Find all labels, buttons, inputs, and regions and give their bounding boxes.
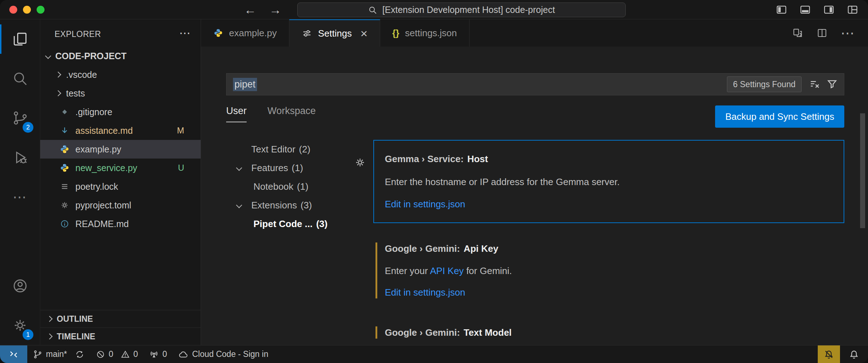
filter-icon[interactable] [826, 78, 838, 90]
scope-tab-workspace[interactable]: Workspace [267, 105, 316, 122]
ports-count: 0 [162, 349, 167, 359]
errors-icon [96, 350, 105, 359]
explorer-sidebar: EXPLORER ⋯ CODE-PROJECT .vscode tests .g… [40, 19, 201, 345]
back-icon[interactable]: ← [244, 3, 256, 17]
toc-pipet-code[interactable]: Pipet Code ... (3) [226, 214, 360, 233]
tree-item-gitignore[interactable]: .gitignore [40, 103, 201, 121]
clear-search-icon[interactable] [809, 78, 821, 90]
tab-example-py[interactable]: example.py [201, 19, 289, 47]
warnings-count: 0 [134, 349, 138, 359]
activity-search[interactable] [0, 59, 40, 98]
setting-row-gemma-host[interactable]: Gemma › Service:Host Enter the hostname … [373, 140, 844, 223]
run-debug-icon [12, 149, 28, 166]
section-timeline[interactable]: TIMELINE [40, 327, 201, 345]
tree-item-example-py[interactable]: example.py [40, 140, 201, 159]
cloud-code-signin[interactable]: Cloud Code - Sign in [173, 345, 274, 363]
activity-bar: 2 ⋯ [0, 19, 40, 345]
bell-icon [849, 349, 859, 360]
scope-tab-user[interactable]: User [226, 105, 247, 122]
toc-count: (3) [300, 200, 312, 211]
tree-item-new-service-py[interactable]: new_service.py U [40, 159, 201, 177]
main-area: 2 ⋯ [0, 19, 868, 345]
customize-layout-icon[interactable] [846, 4, 859, 16]
minimize-window-button[interactable] [23, 6, 31, 14]
status-bar: main* 0 0 0 [0, 345, 868, 363]
backup-sync-button[interactable]: Backup and Sync Settings [715, 105, 844, 128]
chevron-right-icon [55, 72, 61, 78]
edit-in-settings-json-link[interactable]: Edit in settings.json [385, 198, 833, 210]
command-center[interactable]: [Extension Development Host] code-projec… [297, 3, 626, 17]
chevron-right-icon [55, 90, 61, 96]
editor-group: example.py Settings × {} settings.json [201, 19, 868, 345]
python-file-icon [213, 28, 223, 38]
toggle-panel-icon[interactable] [799, 4, 811, 16]
toc-notebook[interactable]: Notebook (1) [226, 177, 360, 196]
settings-badge: 1 [23, 329, 33, 340]
api-key-link[interactable]: API Key [430, 265, 464, 276]
setting-category: Gemma › Service: [385, 154, 464, 164]
desc-text: Enter your [385, 265, 430, 276]
chevron-right-icon [47, 316, 53, 322]
tab-settings[interactable]: Settings × [289, 19, 380, 47]
branch-label: main* [46, 349, 67, 359]
tree-item-vscode[interactable]: .vscode [40, 65, 201, 84]
toc-count: (1) [292, 162, 303, 174]
setting-row-gemini-api-key[interactable]: Google › Gemini:Api Key Enter your API K… [373, 234, 844, 307]
toc-label: Text Editor [251, 144, 295, 155]
notifications-bell[interactable] [840, 345, 868, 363]
forward-icon[interactable]: → [269, 3, 281, 17]
do-not-disturb-toggle[interactable] [818, 345, 840, 363]
activity-explorer[interactable] [0, 19, 40, 59]
split-editor-icon[interactable] [816, 27, 828, 39]
close-window-button[interactable] [9, 6, 17, 14]
json-braces-icon: {} [392, 28, 399, 38]
setting-row-gemini-text-model[interactable]: Google › Gemini:Text Model [373, 318, 844, 345]
tree-item-readme-md[interactable]: README.md [40, 214, 201, 233]
traffic-lights [9, 6, 45, 14]
settings-search-input[interactable]: pipet 6 Settings Found [226, 73, 844, 95]
bell-slash-icon [823, 349, 834, 360]
tree-root-code-project[interactable]: CODE-PROJECT [40, 47, 201, 65]
toc-extensions[interactable]: Extensions (3) [226, 196, 360, 214]
branch-status[interactable]: main* [27, 345, 90, 363]
toc-features[interactable]: Features (1) [226, 159, 360, 177]
remote-indicator[interactable] [0, 345, 27, 363]
cloud-label: Cloud Code - Sign in [192, 349, 268, 359]
tree-item-poetry-lock[interactable]: poetry.lock [40, 177, 201, 196]
toc-text-editor[interactable]: Text Editor (2) [226, 140, 360, 159]
search-text: pipet [233, 78, 257, 91]
setting-category: Google › Gemini: [385, 243, 460, 254]
problems-status[interactable]: 0 0 [90, 345, 144, 363]
toggle-secondary-sidebar-icon[interactable] [823, 4, 835, 16]
editor-actions: ⋯ [792, 19, 868, 47]
git-file-icon [59, 107, 70, 117]
explorer-header: EXPLORER ⋯ [40, 19, 201, 47]
sync-changes-icon[interactable] [75, 350, 84, 359]
tree-item-assistance-md[interactable]: assistance.md M [40, 121, 201, 140]
open-changes-icon[interactable] [792, 27, 803, 39]
ports-status[interactable]: 0 [144, 345, 173, 363]
section-outline[interactable]: OUTLINE [40, 310, 201, 327]
zoom-window-button[interactable] [37, 6, 45, 14]
editor-scrollbar[interactable] [860, 113, 865, 228]
toc-count: (3) [316, 218, 328, 230]
edit-in-settings-json-link[interactable]: Edit in settings.json [385, 286, 833, 298]
ellipsis-icon: ⋯ [13, 189, 27, 205]
tree-item-pyproject-toml[interactable]: pyproject.toml [40, 196, 201, 214]
chevron-right-icon [47, 334, 53, 340]
tree-item-tests[interactable]: tests [40, 84, 201, 103]
git-branch-icon [33, 350, 42, 359]
activity-settings[interactable]: 1 [0, 306, 40, 345]
activity-more[interactable]: ⋯ [0, 177, 40, 217]
close-icon[interactable]: × [360, 30, 368, 37]
setting-manage-gear-icon[interactable] [354, 156, 366, 169]
activity-run-debug[interactable] [0, 138, 40, 177]
markdown-file-icon [59, 126, 70, 136]
tab-settings-json[interactable]: {} settings.json [380, 19, 470, 47]
toggle-primary-sidebar-icon[interactable] [775, 4, 788, 16]
explorer-more-icon[interactable]: ⋯ [179, 29, 191, 37]
activity-accounts[interactable] [0, 266, 40, 306]
more-actions-icon[interactable]: ⋯ [841, 25, 855, 41]
section-label: OUTLINE [57, 314, 93, 324]
activity-source-control[interactable]: 2 [0, 98, 40, 138]
